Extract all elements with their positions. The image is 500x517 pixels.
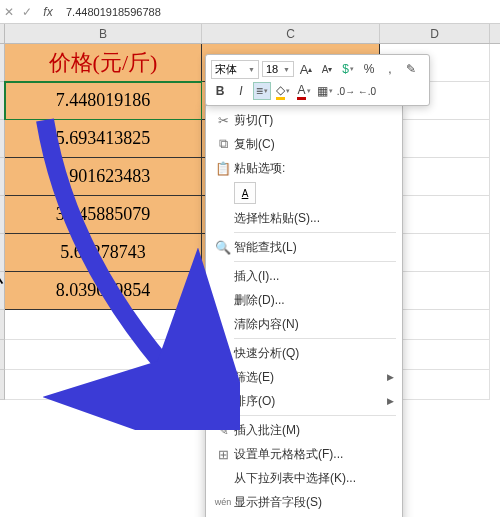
menu-separator (234, 232, 396, 233)
menu-quick-analysis[interactable]: ▦快速分析(Q) (206, 341, 402, 365)
format-painter-icon[interactable]: ✎ (402, 60, 420, 78)
menu-separator (234, 415, 396, 416)
cell[interactable] (5, 340, 202, 370)
context-menu: ✂剪切(T) ⧉复制(C) 📋粘贴选项: A 选择性粘贴(S)... 🔍智能查找… (205, 105, 403, 517)
column-header-b[interactable]: B (5, 24, 202, 43)
percent-format-icon[interactable]: % (360, 60, 378, 78)
cell-b7[interactable]: 8.039629854 (5, 272, 202, 310)
bold-button[interactable]: B (211, 82, 229, 100)
column-headers: B C D (0, 24, 500, 44)
cell-b6[interactable]: 5.69278743 (5, 234, 202, 272)
comment-icon: ✎ (212, 423, 234, 438)
chevron-right-icon: ▶ (387, 372, 394, 382)
font-select[interactable]: 宋体▼ (211, 60, 259, 79)
italic-button[interactable]: I (232, 82, 250, 100)
column-header-c[interactable]: C (202, 24, 380, 43)
menu-paste-options-label: 📋粘贴选项: (206, 156, 402, 180)
formula-value[interactable]: 7.44801918596788 (60, 6, 500, 18)
font-color-button[interactable]: A▾ (295, 82, 313, 100)
cell[interactable] (5, 370, 202, 400)
paste-option-button[interactable]: A (234, 182, 256, 204)
menu-separator (234, 338, 396, 339)
comma-format-icon[interactable]: , (381, 60, 399, 78)
menu-show-pinyin[interactable]: wén显示拼音字段(S) (206, 490, 402, 514)
confirm-icon[interactable]: ✓ (18, 5, 36, 19)
menu-copy[interactable]: ⧉复制(C) (206, 132, 402, 156)
decrease-decimal-icon[interactable]: ←.0 (358, 82, 376, 100)
cell-b5[interactable]: 3.145885079 (5, 196, 202, 234)
menu-pick-from-list[interactable]: 从下拉列表中选择(K)... (206, 466, 402, 490)
menu-cut[interactable]: ✂剪切(T) (206, 108, 402, 132)
menu-clear[interactable]: 清除内容(N) (206, 312, 402, 336)
chevron-right-icon: ▶ (387, 396, 394, 406)
paste-options-row: A (206, 180, 402, 206)
scissors-icon: ✂ (212, 113, 234, 128)
format-cells-icon: ⊞ (212, 447, 234, 462)
menu-separator (234, 261, 396, 262)
copy-icon: ⧉ (212, 136, 234, 152)
cell-b4[interactable]: 8.901623483 (5, 158, 202, 196)
menu-sort[interactable]: 排序(O)▶ (206, 389, 402, 413)
partial-cell-text: 瓜 (0, 260, 4, 290)
formula-bar: ✕ ✓ fx 7.44801918596788 (0, 0, 500, 24)
cell-b2[interactable]: 7.448019186 (5, 82, 202, 120)
menu-delete[interactable]: 删除(D)... (206, 288, 402, 312)
menu-paste-special[interactable]: 选择性粘贴(S)... (206, 206, 402, 230)
column-header-d[interactable]: D (380, 24, 490, 43)
analysis-icon: ▦ (212, 346, 234, 361)
mini-toolbar: 宋体▼ 18▼ A▴ A▾ $▾ % , ✎ B I ≡▾ ◇▾ A▾ ▦▾ .… (205, 54, 430, 106)
increase-font-icon[interactable]: A▴ (297, 60, 315, 78)
cell[interactable] (5, 310, 202, 340)
increase-decimal-icon[interactable]: .0→ (337, 82, 355, 100)
search-icon: 🔍 (212, 240, 234, 255)
font-size-select[interactable]: 18▼ (262, 61, 294, 77)
menu-smart-lookup[interactable]: 🔍智能查找(L) (206, 235, 402, 259)
fx-label[interactable]: fx (36, 5, 60, 19)
menu-format-cells[interactable]: ⊞设置单元格格式(F)... (206, 442, 402, 466)
menu-filter[interactable]: 筛选(E)▶ (206, 365, 402, 389)
fill-color-button[interactable]: ◇▾ (274, 82, 292, 100)
decrease-font-icon[interactable]: A▾ (318, 60, 336, 78)
cancel-icon[interactable]: ✕ (0, 5, 18, 19)
cell-b3[interactable]: 5.693413825 (5, 120, 202, 158)
menu-insert-comment[interactable]: ✎插入批注(M) (206, 418, 402, 442)
accounting-format-icon[interactable]: $▾ (339, 60, 357, 78)
border-button[interactable]: ▦▾ (316, 82, 334, 100)
clipboard-icon: 📋 (212, 161, 234, 176)
align-button[interactable]: ≡▾ (253, 82, 271, 100)
pinyin-icon: wén (212, 497, 234, 507)
menu-insert[interactable]: 插入(I)... (206, 264, 402, 288)
cell-header-b[interactable]: 价格(元/斤) (5, 44, 202, 82)
